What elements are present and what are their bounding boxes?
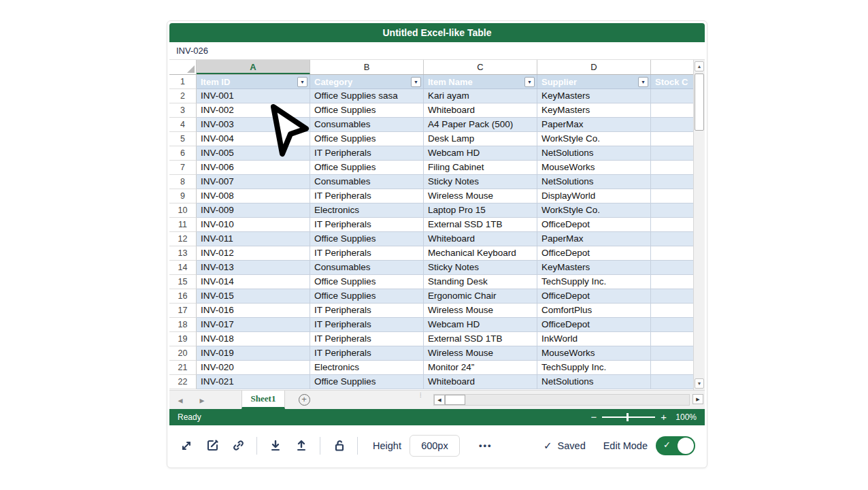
formula-bar-value[interactable]: INV-026 [176,46,208,56]
cell-stock[interactable] [651,161,693,175]
cell-stock[interactable] [651,89,693,103]
cell-category[interactable]: IT Peripherals [310,246,424,261]
cell-stock[interactable] [651,304,693,318]
cell-item-id[interactable]: INV-018 [197,332,310,346]
row-number[interactable]: 2 [169,89,197,103]
cell-item-id[interactable]: INV-003 [197,118,310,132]
vertical-scrollbar[interactable]: ▲ ▼ [693,60,705,390]
cell-item-id[interactable]: INV-015 [197,289,310,304]
cell-item-id[interactable]: INV-014 [197,275,310,289]
cell-item-id[interactable]: INV-007 [197,175,310,189]
tab-sheet1[interactable]: Sheet1 [241,391,285,409]
cell-item-id[interactable]: INV-017 [197,318,310,332]
cell-supplier[interactable]: KeyMasters [537,103,651,118]
add-sheet-button[interactable]: + [285,391,323,409]
row-number[interactable]: 11 [169,218,197,232]
cell-item-name[interactable]: Whiteboard [424,103,537,118]
cell-item-name[interactable]: Ergonomic Chair [424,289,537,304]
cell-supplier[interactable]: OfficeDepot [537,318,651,332]
row-number[interactable]: 10 [169,203,197,218]
row-number[interactable]: 20 [169,346,197,361]
cell-stock[interactable] [651,132,693,146]
row-number[interactable]: 14 [169,261,197,275]
row-number[interactable]: 12 [169,232,197,246]
cell-category[interactable]: Consumables [310,118,424,132]
cell-supplier[interactable]: WorkStyle Co. [537,132,651,146]
row-number[interactable]: 9 [169,189,197,203]
row-number[interactable]: 13 [169,246,197,261]
cell-supplier[interactable]: TechSupply Inc. [537,361,651,375]
cell-category[interactable]: IT Peripherals [310,304,424,318]
cell-item-name[interactable]: Kari ayam [424,89,537,103]
cell-item-name[interactable]: A4 Paper Pack (500) [424,118,537,132]
cell-stock[interactable] [651,289,693,304]
cell-category[interactable]: Office Supplies [310,232,424,246]
height-input[interactable] [410,435,460,457]
cell-item-name[interactable]: Webcam HD [424,318,537,332]
cell-stock[interactable] [651,361,693,375]
column-header-c[interactable]: C [424,60,537,74]
cell-stock[interactable] [651,346,693,361]
cell-stock[interactable] [651,232,693,246]
cell-category[interactable]: IT Peripherals [310,346,424,361]
cell-stock[interactable] [651,203,693,218]
row-number[interactable]: 3 [169,103,197,118]
cell-item-id[interactable]: INV-013 [197,261,310,275]
cell-item-id[interactable]: INV-009 [197,203,310,218]
scroll-down-icon[interactable]: ▼ [695,378,704,389]
cell-item-id[interactable]: INV-012 [197,246,310,261]
zoom-slider-thumb[interactable] [627,413,629,421]
cell-supplier[interactable]: MouseWorks [537,161,651,175]
cell-supplier[interactable]: InkWorld [537,332,651,346]
filter-header-category[interactable]: Category ▼ [310,75,424,89]
cell-stock[interactable] [651,146,693,161]
row-number[interactable]: 5 [169,132,197,146]
cell-stock[interactable] [651,275,693,289]
zoom-in-icon[interactable]: + [661,413,667,421]
more-options-button[interactable]: ••• [479,440,493,451]
cell-supplier[interactable]: KeyMasters [537,89,651,103]
vertical-scrollbar-thumb[interactable] [695,74,704,131]
cell-item-id[interactable]: INV-005 [197,146,310,161]
cell-item-name[interactable]: Wireless Mouse [424,304,537,318]
cell-item-name[interactable]: Filing Cabinet [424,161,537,175]
row-number[interactable]: 19 [169,332,197,346]
filter-dropdown-icon[interactable]: ▼ [638,77,648,87]
cell-item-id[interactable]: INV-011 [197,232,310,246]
cell-category[interactable]: Office Supplies [310,289,424,304]
cell-item-name[interactable]: External SSD 1TB [424,332,537,346]
toggle-knob[interactable] [678,438,694,454]
cell-category[interactable]: IT Peripherals [310,318,424,332]
cell-item-id[interactable]: INV-002 [197,103,310,118]
scroll-up-icon[interactable]: ▲ [695,61,704,71]
cell-item-id[interactable]: INV-019 [197,346,310,361]
row-number[interactable]: 21 [169,361,197,375]
cell-supplier[interactable]: PaperMax [537,118,651,132]
column-header-b[interactable]: B [310,60,424,74]
scroll-right-icon[interactable]: ▶ [692,394,703,404]
cell-supplier[interactable]: OfficeDepot [537,218,651,232]
cell-supplier[interactable]: NetSolutions [537,375,651,389]
cell-stock[interactable] [651,218,693,232]
cell-item-name[interactable]: Wireless Mouse [424,346,537,361]
cell-category[interactable]: Consumables [310,261,424,275]
cell-item-name[interactable]: External SSD 1TB [424,218,537,232]
column-header-e[interactable] [651,60,693,74]
edit-mode-toggle[interactable]: ✓ [656,436,695,455]
lock-button[interactable] [331,438,346,453]
cell-supplier[interactable]: OfficeDepot [537,289,651,304]
link-button[interactable] [231,438,246,453]
next-sheet-icon[interactable]: ▸ [199,395,204,406]
cell-supplier[interactable]: MouseWorks [537,346,651,361]
zoom-out-icon[interactable]: − [590,413,597,421]
column-header-a[interactable]: A [197,60,310,74]
cell-item-id[interactable]: INV-020 [197,361,310,375]
cell-item-id[interactable]: INV-010 [197,218,310,232]
row-number[interactable]: 6 [169,146,197,161]
scroll-left-icon[interactable]: ◀ [434,395,445,405]
cell-supplier[interactable]: TechSupply Inc. [537,275,651,289]
row-number[interactable]: 8 [169,175,197,189]
cell-supplier[interactable]: WorkStyle Co. [537,203,651,218]
cell-item-id[interactable]: INV-008 [197,189,310,203]
cell-item-id[interactable]: INV-006 [197,161,310,175]
